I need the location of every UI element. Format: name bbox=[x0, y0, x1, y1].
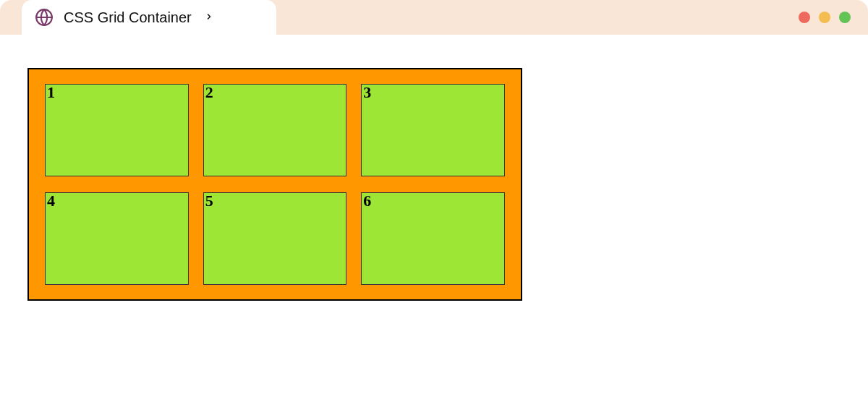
window-controls bbox=[799, 0, 851, 35]
grid-cell: 6 bbox=[361, 192, 505, 285]
browser-tab[interactable]: CSS Grid Container bbox=[22, 0, 276, 35]
grid-cell: 2 bbox=[203, 84, 347, 176]
tab-bar: CSS Grid Container bbox=[0, 0, 868, 35]
grid-cell: 3 bbox=[361, 84, 505, 176]
grid-cell-label: 4 bbox=[47, 192, 55, 210]
grid-cell: 4 bbox=[45, 192, 189, 285]
grid-cell: 1 bbox=[45, 84, 189, 176]
globe-icon bbox=[35, 8, 54, 27]
tab-title: CSS Grid Container bbox=[64, 9, 192, 26]
chevron-right-icon bbox=[205, 11, 213, 24]
page-content: 1 2 3 4 5 6 bbox=[0, 35, 868, 394]
grid-container: 1 2 3 4 5 6 bbox=[27, 68, 522, 301]
close-window-button[interactable] bbox=[799, 12, 810, 23]
grid-cell-label: 6 bbox=[363, 192, 371, 210]
minimize-window-button[interactable] bbox=[819, 12, 830, 23]
grid-cell-label: 3 bbox=[363, 83, 371, 101]
grid-cell-label: 1 bbox=[47, 83, 55, 101]
grid-cell-label: 5 bbox=[205, 192, 213, 210]
grid-cell: 5 bbox=[203, 192, 347, 285]
maximize-window-button[interactable] bbox=[839, 12, 851, 23]
grid-cell-label: 2 bbox=[205, 83, 213, 101]
window: CSS Grid Container 1 2 3 4 5 6 bbox=[0, 0, 868, 394]
